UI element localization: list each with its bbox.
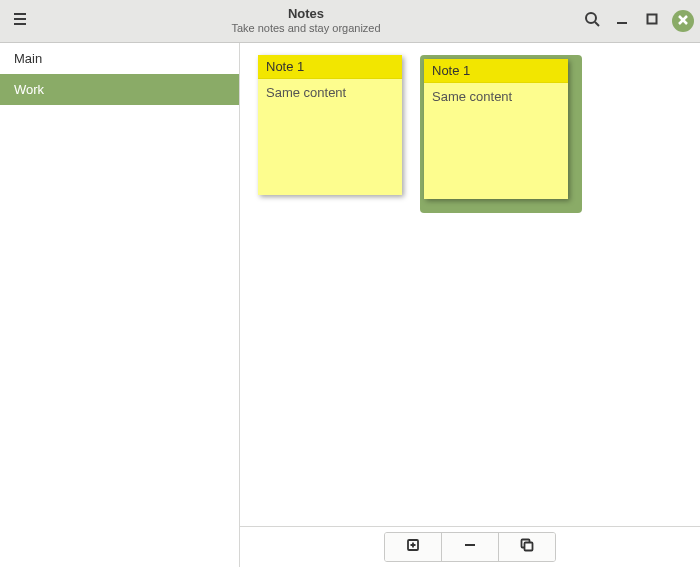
sidebar-item-main[interactable]: Main bbox=[0, 43, 239, 74]
remove-note-icon bbox=[462, 537, 478, 557]
add-note-button[interactable] bbox=[385, 533, 442, 561]
actionbar bbox=[240, 526, 700, 567]
sidebar-item-label: Work bbox=[14, 82, 44, 97]
action-button-group bbox=[384, 532, 556, 562]
headerbar: Notes Take notes and stay organized bbox=[0, 0, 700, 43]
app-title: Notes bbox=[34, 7, 578, 22]
hamburger-icon bbox=[12, 11, 28, 31]
svg-line-4 bbox=[595, 22, 599, 26]
note-card[interactable]: Note 1 Same content bbox=[258, 55, 402, 195]
minimize-icon bbox=[614, 11, 630, 31]
note-wrap: Note 1 Same content bbox=[258, 55, 402, 213]
sidebar-item-work[interactable]: Work bbox=[0, 74, 239, 105]
maximize-icon bbox=[644, 11, 660, 31]
sidebar: Main Work bbox=[0, 43, 240, 567]
minimize-button[interactable] bbox=[608, 7, 636, 35]
note-title: Note 1 bbox=[258, 55, 402, 79]
close-button[interactable] bbox=[672, 10, 694, 32]
maximize-button[interactable] bbox=[638, 7, 666, 35]
app-subtitle: Take notes and stay organized bbox=[34, 22, 578, 35]
duplicate-note-icon bbox=[519, 537, 535, 557]
notes-area: Note 1 Same content Note 1 Same content bbox=[240, 43, 700, 526]
remove-note-button[interactable] bbox=[442, 533, 499, 561]
duplicate-note-button[interactable] bbox=[499, 533, 555, 561]
add-note-icon bbox=[405, 537, 421, 557]
app-body: Main Work Note 1 Same content Note 1 Sam… bbox=[0, 43, 700, 567]
hamburger-menu-button[interactable] bbox=[6, 7, 34, 35]
note-body: Same content bbox=[424, 83, 568, 110]
close-icon bbox=[677, 12, 689, 30]
search-button[interactable] bbox=[578, 7, 606, 35]
note-card[interactable]: Note 1 Same content bbox=[424, 59, 568, 199]
main-pane: Note 1 Same content Note 1 Same content bbox=[240, 43, 700, 567]
search-icon bbox=[584, 11, 600, 31]
sidebar-item-label: Main bbox=[14, 51, 42, 66]
svg-point-3 bbox=[586, 13, 596, 23]
note-wrap-selected: Note 1 Same content bbox=[420, 55, 582, 213]
svg-rect-6 bbox=[648, 15, 657, 24]
note-title: Note 1 bbox=[424, 59, 568, 83]
note-body: Same content bbox=[258, 79, 402, 106]
svg-rect-13 bbox=[525, 543, 533, 551]
